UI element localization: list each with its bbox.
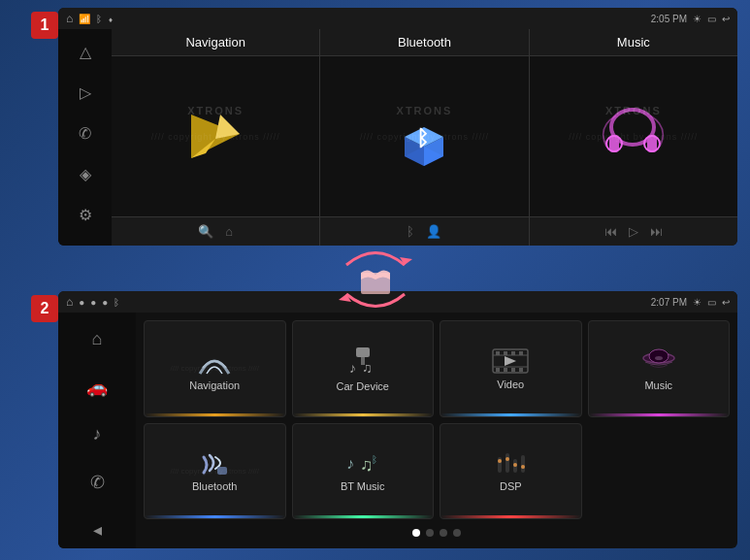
window-icon: ▭ [707, 14, 716, 24]
transition-area [322, 241, 429, 318]
grid-cardev-label: Car Device [337, 380, 389, 392]
music-panel-title: Music [530, 29, 737, 56]
screen2-topbar-right: 2:07 PM ☀ ▭ ↩ [651, 297, 730, 308]
svg-point-34 [655, 356, 663, 360]
grid-btmusic-underline [293, 515, 434, 518]
svg-text:ᛒ: ᛒ [372, 454, 377, 465]
svg-rect-41 [505, 453, 509, 473]
screen2-dot3: ● [102, 297, 108, 308]
dot-3[interactable] [440, 529, 447, 537]
grid-navigation[interactable]: //// copyright by xtrons ///// Navigatio… [144, 320, 286, 417]
screen1-panels: Navigation XTRONS //// copyright by xtro… [112, 29, 737, 246]
dot-1[interactable] [412, 529, 420, 537]
topbar-left: ⌂ 📶 ᛒ ⬧ [66, 12, 114, 25]
navigation-panel-title: Navigation [112, 29, 319, 56]
sidebar-item-settings[interactable]: ⚙ [71, 200, 100, 229]
grid-bt-label: Bluetooth [192, 480, 237, 492]
grid-dsp-label: DSP [500, 480, 522, 492]
svg-rect-29 [511, 368, 515, 372]
svg-rect-27 [496, 368, 500, 372]
screen2-brightness-icon: ☀ [693, 297, 701, 308]
bt-footer-icon[interactable]: ᛒ [407, 224, 414, 239]
music-panel-footer: ⏮ ▷ ⏭ [530, 216, 737, 246]
screen2-home-icon[interactable]: ⌂ [66, 295, 73, 309]
transition-arrows-icon [327, 246, 424, 313]
grid-video-label: Video [497, 379, 524, 390]
sidebar-item-phone[interactable]: ✆ [71, 118, 100, 148]
svg-rect-24 [504, 351, 507, 355]
screen2-topbar-left: ⌂ ● ● ● ᛒ [66, 295, 119, 309]
svg-rect-28 [504, 368, 507, 372]
svg-rect-25 [511, 351, 515, 355]
home-icon[interactable]: ⌂ [66, 12, 73, 25]
navigation-panel[interactable]: Navigation XTRONS //// copyright by xtro… [112, 29, 320, 246]
svg-marker-0 [191, 115, 240, 158]
svg-text:ᛒ: ᛒ [416, 126, 429, 150]
dot-2[interactable] [426, 529, 434, 537]
navigation-panel-content: XTRONS //// copyright by xtrons ///// [112, 56, 319, 216]
grid-bt-icon [196, 449, 233, 477]
clock: 2:05 PM [651, 14, 687, 24]
play-icon[interactable]: ▷ [629, 224, 638, 239]
brightness-icon: ☀ [693, 14, 701, 24]
screen2-clock: 2:07 PM [651, 297, 687, 308]
bluetooth-panel[interactable]: Bluetooth XTRONS //// copyright by xtron… [320, 29, 529, 246]
screen1-topbar: ⌂ 📶 ᛒ ⬧ 2:05 PM ☀ ▭ ↩ [58, 8, 737, 29]
xtrons-logo-2: XTRONS [397, 105, 453, 116]
search-icon[interactable]: 🔍 [198, 224, 213, 239]
svg-rect-35 [217, 467, 227, 475]
screen2-window-icon: ▭ [707, 297, 716, 308]
grid-video-icon [491, 347, 530, 375]
badge-1: 1 [31, 12, 58, 39]
grid-btmusic-label: BT Music [341, 480, 385, 492]
sidebar-item-play[interactable]: ▷ [71, 78, 100, 107]
svg-rect-30 [519, 368, 523, 372]
grid-dsp[interactable]: DSP [440, 423, 582, 520]
sidebar2-car[interactable]: 🚗 [73, 368, 121, 406]
sidebar2-home[interactable]: ⌂ [73, 320, 121, 358]
svg-marker-31 [505, 356, 516, 366]
prev-icon[interactable]: ⏮ [604, 224, 617, 239]
svg-rect-16 [356, 347, 370, 357]
screen1-sidebar: △ ▷ ✆ ◈ ⚙ [58, 29, 112, 246]
grid-bluetooth[interactable]: //// copyright by xtrons ///// Bluetooth [144, 423, 286, 520]
topbar-right: 2:05 PM ☀ ▭ ↩ [651, 14, 730, 24]
dot-4[interactable] [453, 529, 461, 537]
xtrons-logo-1: XTRONS [187, 105, 244, 116]
grid-music[interactable]: Music [588, 320, 731, 417]
grid-nav-icon [195, 346, 234, 376]
music-panel[interactable]: Music XTRONS //// copyright by xtrons //… [530, 29, 737, 246]
screen2-dot1: ● [79, 297, 84, 308]
svg-rect-46 [521, 465, 525, 469]
svg-text:♫: ♫ [362, 360, 373, 376]
music-panel-content: XTRONS //// copyright by xtrons ///// [530, 56, 737, 216]
screen2-dot2: ● [90, 297, 96, 308]
sidebar-item-apps[interactable]: ◈ [71, 159, 100, 188]
grid-video[interactable]: Video [440, 320, 582, 417]
nav-plane-icon [186, 110, 245, 163]
grid-music-icon [640, 346, 677, 376]
music-headphones-icon [602, 108, 665, 166]
grid-btmusic-icon: ♪ ♫ ᛒ [344, 449, 381, 477]
home-footer-icon[interactable]: ⌂ [225, 224, 233, 239]
svg-rect-44 [513, 463, 517, 467]
sidebar2-phone[interactable]: ✆ [73, 463, 121, 501]
back-icon[interactable]: ↩ [722, 14, 730, 24]
grid-nav-underline [145, 413, 285, 416]
screen2-back-icon[interactable]: ↩ [722, 297, 730, 308]
next-icon[interactable]: ⏭ [650, 224, 663, 239]
contacts-icon[interactable]: 👤 [426, 224, 441, 239]
bluetooth-panel-title: Bluetooth [320, 29, 528, 56]
grid-cardevice[interactable]: ♪ ♫ Car Device [292, 320, 435, 417]
grid-dsp-icon [492, 449, 529, 477]
grid-btmusic[interactable]: ♪ ♫ ᛒ BT Music [292, 423, 435, 520]
screen-2: ⌂ ● ● ● ᛒ 2:07 PM ☀ ▭ ↩ ⌂ 🚗 ♪ ✆ ◂ //// c… [58, 291, 737, 548]
grid-video-underline [440, 413, 581, 416]
pagination-dots [144, 525, 730, 541]
sidebar2-nav[interactable]: ◂ [73, 511, 121, 548]
grid-dsp-underline [440, 515, 581, 518]
grid-row-2: //// copyright by xtrons ///// Bluetooth… [144, 423, 730, 520]
sidebar2-music[interactable]: ♪ [73, 415, 121, 453]
sidebar-item-nav[interactable]: △ [71, 37, 100, 66]
svg-rect-42 [505, 457, 509, 461]
